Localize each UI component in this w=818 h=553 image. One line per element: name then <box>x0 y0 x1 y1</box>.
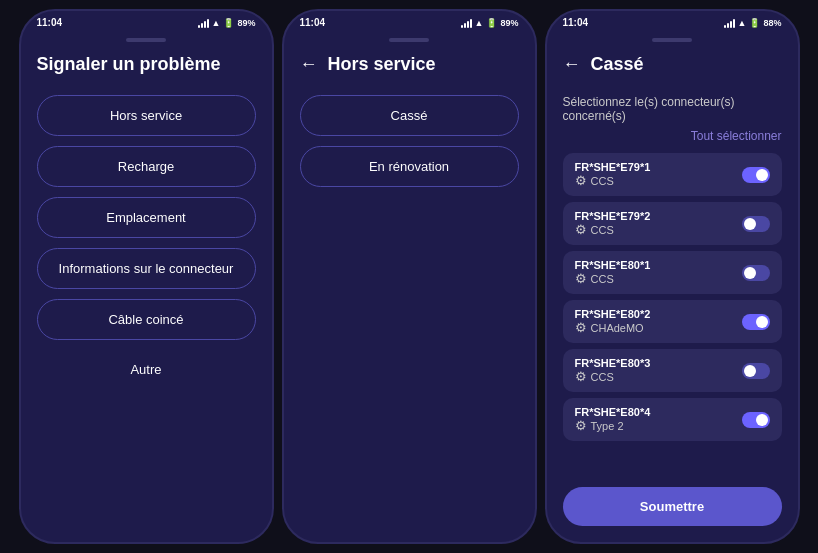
top-indicator-3 <box>652 38 692 42</box>
connector-type-icon-4: ⚙ <box>575 369 587 384</box>
time-1: 11:04 <box>37 17 63 28</box>
status-icons-1: ▲ 🔋 89% <box>198 18 256 28</box>
connector-type-icon-2: ⚙ <box>575 271 587 286</box>
status-bar-2: 11:04 ▲ 🔋 89% <box>284 11 535 30</box>
connector-toggle-3[interactable] <box>742 314 770 330</box>
phones-container: 11:04 ▲ 🔋 89% Signaler un problème Hors … <box>0 0 818 553</box>
connector-toggle-2[interactable] <box>742 265 770 281</box>
btn-casse[interactable]: Cassé <box>300 95 519 136</box>
connector-type-label-0: CCS <box>591 175 614 187</box>
connector-toggle-1[interactable] <box>742 216 770 232</box>
btn-info-connecteur[interactable]: Informations sur le connecteur <box>37 248 256 289</box>
connector-item-5: FR*SHE*E80*4 ⚙ Type 2 <box>563 398 782 441</box>
connector-type-icon-5: ⚙ <box>575 418 587 433</box>
connector-list: FR*SHE*E79*1 ⚙ CCS FR*SHE*E79*2 ⚙ CCS <box>563 153 782 477</box>
btn-recharge[interactable]: Recharge <box>37 146 256 187</box>
wifi-icon-1: ▲ <box>212 18 221 28</box>
connector-type-1: ⚙ CCS <box>575 222 651 237</box>
connector-info-5: FR*SHE*E80*4 ⚙ Type 2 <box>575 406 651 433</box>
connector-type-label-2: CCS <box>591 273 614 285</box>
connector-type-icon-1: ⚙ <box>575 222 587 237</box>
time-3: 11:04 <box>563 17 589 28</box>
top-indicator-1 <box>126 38 166 42</box>
connector-item-2: FR*SHE*E80*1 ⚙ CCS <box>563 251 782 294</box>
time-2: 11:04 <box>300 17 326 28</box>
battery-icon-3: 🔋 <box>749 18 760 28</box>
connector-type-label-1: CCS <box>591 224 614 236</box>
status-icons-3: ▲ 🔋 88% <box>724 18 782 28</box>
battery-percent-3: 88% <box>763 18 781 28</box>
status-bar-3: 11:04 ▲ 🔋 88% <box>547 11 798 30</box>
phone-1: 11:04 ▲ 🔋 89% Signaler un problème Hors … <box>19 9 274 544</box>
wifi-icon-3: ▲ <box>738 18 747 28</box>
connector-item-4: FR*SHE*E80*3 ⚙ CCS <box>563 349 782 392</box>
btn-en-renovation[interactable]: En rénovation <box>300 146 519 187</box>
phone3-content: ← Cassé Sélectionnez le(s) connecteur(s)… <box>547 30 798 542</box>
screen2-header: ← Hors service <box>300 54 519 75</box>
phone-3: 11:04 ▲ 🔋 88% ← Cassé Sélectionnez le(s)… <box>545 9 800 544</box>
connector-id-0: FR*SHE*E79*1 <box>575 161 651 173</box>
phone1-content: Signaler un problème Hors service Rechar… <box>21 30 272 542</box>
screen3-header: ← Cassé <box>563 54 782 75</box>
connector-info-4: FR*SHE*E80*3 ⚙ CCS <box>575 357 651 384</box>
connector-id-3: FR*SHE*E80*2 <box>575 308 651 320</box>
connector-item-3: FR*SHE*E80*2 ⚙ CHAdeMO <box>563 300 782 343</box>
status-bar-1: 11:04 ▲ 🔋 89% <box>21 11 272 30</box>
screen1-title: Signaler un problème <box>37 54 256 75</box>
connector-item-0: FR*SHE*E79*1 ⚙ CCS <box>563 153 782 196</box>
top-indicator-2 <box>389 38 429 42</box>
status-icons-2: ▲ 🔋 89% <box>461 18 519 28</box>
signal-icon-1 <box>198 18 209 28</box>
phone2-content: ← Hors service Cassé En rénovation <box>284 30 535 542</box>
screen3-subtitle: Sélectionnez le(s) connecteur(s) concern… <box>563 95 782 123</box>
connector-toggle-4[interactable] <box>742 363 770 379</box>
btn-cable-coince[interactable]: Câble coincé <box>37 299 256 340</box>
connector-info-1: FR*SHE*E79*2 ⚙ CCS <box>575 210 651 237</box>
connector-info-3: FR*SHE*E80*2 ⚙ CHAdeMO <box>575 308 651 335</box>
battery-percent-2: 89% <box>500 18 518 28</box>
btn-emplacement[interactable]: Emplacement <box>37 197 256 238</box>
select-all-button[interactable]: Tout sélectionner <box>563 129 782 143</box>
battery-icon-1: 🔋 <box>223 18 234 28</box>
connector-id-1: FR*SHE*E79*2 <box>575 210 651 222</box>
btn-autre[interactable]: Autre <box>37 350 256 389</box>
battery-icon-2: 🔋 <box>486 18 497 28</box>
signal-icon-2 <box>461 18 472 28</box>
connector-type-5: ⚙ Type 2 <box>575 418 651 433</box>
connector-id-5: FR*SHE*E80*4 <box>575 406 651 418</box>
connector-item-1: FR*SHE*E79*2 ⚙ CCS <box>563 202 782 245</box>
submit-button[interactable]: Soumettre <box>563 487 782 526</box>
connector-type-label-4: CCS <box>591 371 614 383</box>
connector-type-label-3: CHAdeMO <box>591 322 644 334</box>
connector-info-2: FR*SHE*E80*1 ⚙ CCS <box>575 259 651 286</box>
connector-type-icon-0: ⚙ <box>575 173 587 188</box>
battery-percent-1: 89% <box>237 18 255 28</box>
phone-2: 11:04 ▲ 🔋 89% ← Hors service Cassé <box>282 9 537 544</box>
connector-type-0: ⚙ CCS <box>575 173 651 188</box>
connector-toggle-0[interactable] <box>742 167 770 183</box>
screen2-title: Hors service <box>328 54 436 75</box>
connector-id-4: FR*SHE*E80*3 <box>575 357 651 369</box>
connector-type-4: ⚙ CCS <box>575 369 651 384</box>
connector-type-2: ⚙ CCS <box>575 271 651 286</box>
connector-id-2: FR*SHE*E80*1 <box>575 259 651 271</box>
back-arrow-3[interactable]: ← <box>563 54 581 75</box>
connector-info-0: FR*SHE*E79*1 ⚙ CCS <box>575 161 651 188</box>
wifi-icon-2: ▲ <box>475 18 484 28</box>
btn-hors-service[interactable]: Hors service <box>37 95 256 136</box>
connector-type-3: ⚙ CHAdeMO <box>575 320 651 335</box>
back-arrow-2[interactable]: ← <box>300 54 318 75</box>
connector-type-label-5: Type 2 <box>591 420 624 432</box>
connector-type-icon-3: ⚙ <box>575 320 587 335</box>
screen3-title: Cassé <box>591 54 644 75</box>
signal-icon-3 <box>724 18 735 28</box>
connector-toggle-5[interactable] <box>742 412 770 428</box>
